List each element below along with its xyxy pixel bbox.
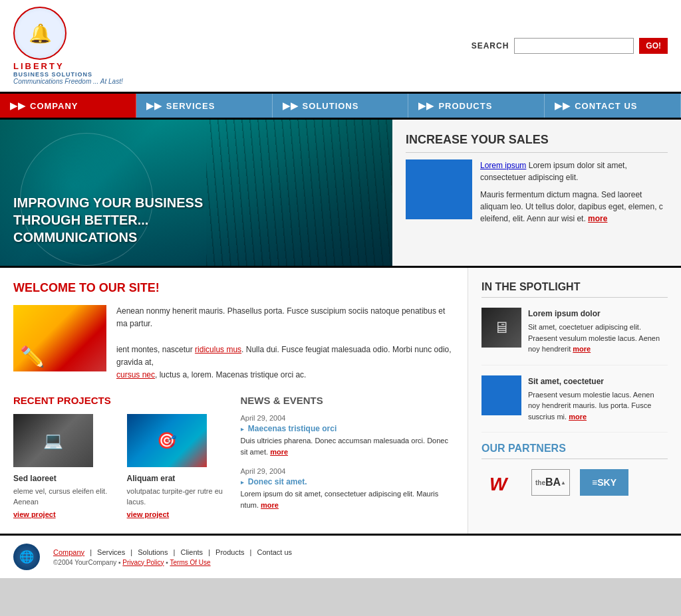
news-headline-2[interactable]: Donec sit amet.	[248, 477, 307, 486]
project-title-2: Aliquam erat	[127, 474, 227, 483]
recent-projects-title: RECENT PROJECTS	[13, 395, 227, 406]
bell-icon: 🔔	[29, 23, 52, 45]
news-icon-2: ▸	[241, 478, 244, 486]
nav-item-solutions[interactable]: ▶▶ SOLUTIONS	[273, 94, 409, 118]
search-input[interactable]	[514, 38, 634, 54]
news-item-2: April 29, 2004 ▸ Donec sit amet. Lorem i…	[241, 467, 455, 510]
spotlight-item-title-2: Sit amet, coectetuer	[528, 375, 668, 387]
spotlight-thumb-2	[481, 375, 521, 415]
news-more-1[interactable]: more	[270, 448, 288, 456]
hero-right-panel: INCREASE YOUR SALES Lorem ipsum Lorem ip…	[392, 120, 681, 266]
nav-arrow-services: ▶▶	[146, 100, 162, 111]
news-item-1: April 29, 2004 ▸ Maecenas tristique orci…	[241, 414, 455, 457]
news-section: NEWS & EVENTS April 29, 2004 ▸ Maecenas …	[241, 395, 455, 520]
news-title: NEWS & EVENTS	[241, 395, 455, 406]
footer-link-company[interactable]: Company	[53, 548, 84, 556]
main-left: WELCOME TO OUR SITE! ✏️ Aenean nonmy hen…	[0, 268, 468, 534]
welcome-text: Aenean nonmy henerit mauris. Phasellus p…	[116, 305, 454, 381]
nav-arrow-company: ▶▶	[10, 100, 26, 111]
footer: 🌐 Company | Services | Solutions | Clien…	[0, 534, 681, 578]
partner-logo-3: ≡SKY	[580, 469, 628, 496]
hero-product-image	[406, 159, 472, 219]
spotlight-thumb-1: 🖥	[481, 308, 521, 348]
hero-right-content: Lorem ipsum Lorem ipsum dolor sit amet, …	[406, 159, 668, 225]
footer-links: Company | Services | Solutions | Clients…	[53, 548, 295, 556]
nav-label-company: COMPANY	[30, 101, 78, 111]
recent-projects: RECENT PROJECTS 💻 Sed laoreet eleme vel,…	[13, 395, 227, 520]
news-date-1: April 29, 2004	[241, 414, 455, 422]
hero-cables-decor	[206, 120, 392, 266]
footer-link-clients[interactable]: Clients	[180, 548, 203, 556]
footer-link-contact[interactable]: Contact us	[257, 548, 293, 556]
ridiculus-link[interactable]: ridiculus mus	[195, 345, 241, 354]
hero-right-extra: Mauris fermentum dictum magna. Sed laore…	[480, 189, 668, 225]
welcome-content: ✏️ Aenean nonmy henerit mauris. Phasellu…	[13, 305, 454, 381]
project-thumb-2: 🎯	[127, 414, 207, 467]
partners-logos: W the BA ▲ ≡SKY	[481, 469, 668, 496]
projects-news-section: RECENT PROJECTS 💻 Sed laoreet eleme vel,…	[13, 395, 454, 520]
spotlight-item-title-1: Lorem ipsum dolor	[528, 308, 668, 320]
project-item-2: 🎯 Aliquam erat volutpatac turpite-ger ru…	[127, 414, 227, 518]
news-body-2: Lorem ipsum do sit amet, consectetuer ad…	[241, 488, 455, 510]
logo-subtitle: BUSINESS SOLUTIONS	[13, 71, 92, 78]
news-date-2: April 29, 2004	[241, 467, 455, 475]
footer-terms[interactable]: Terms Of Use	[170, 559, 211, 566]
search-area: SEARCH GO!	[472, 38, 668, 54]
nav-label-services: SERVICES	[166, 101, 215, 111]
logo-icon: 🔔	[13, 7, 67, 60]
nav-item-products[interactable]: ▶▶ PRODUCTS	[408, 94, 545, 118]
project-item-1: 💻 Sed laoreet eleme vel, cursus eleifen …	[13, 414, 117, 518]
logo-area: 🔔 LIBERTY BUSINESS SOLUTIONS Communicati…	[13, 7, 123, 85]
spotlight-item-1: 🖥 Lorem ipsum dolor Sit amet, coectetuer…	[481, 308, 668, 365]
news-headline-1[interactable]: Maecenas tristique orci	[248, 424, 337, 433]
footer-link-services[interactable]: Services	[97, 548, 125, 556]
search-label: SEARCH	[472, 41, 509, 51]
spotlight-content-1: Lorem ipsum dolor Sit amet, coectetuer a…	[528, 308, 668, 355]
hero-right-text: Lorem ipsum Lorem ipsum dolor sit amet, …	[480, 159, 668, 183]
project-title-1: Sed laoreet	[13, 474, 117, 483]
nav-item-contact[interactable]: ▶▶ CONTACT US	[545, 94, 681, 118]
main-nav: ▶▶ COMPANY ▶▶ SERVICES ▶▶ SOLUTIONS ▶▶ P…	[0, 94, 681, 120]
main-right: IN THE SPOTLIGHT 🖥 Lorem ipsum dolor Sit…	[468, 268, 681, 534]
spotlight-title: IN THE SPOTLIGHT	[481, 281, 668, 298]
nav-arrow-solutions: ▶▶	[283, 100, 299, 111]
footer-content: Company | Services | Solutions | Clients…	[53, 548, 295, 566]
news-icon-1: ▸	[241, 425, 244, 433]
logo-brand: LIBERTY	[13, 61, 65, 71]
hero-image: IMPROVING YOUR BUSINESSTHROUGH BETTER...…	[0, 120, 392, 266]
projects-grid: 💻 Sed laoreet eleme vel, cursus eleifen …	[13, 414, 227, 518]
nav-label-contact: CONTACT US	[575, 101, 637, 111]
svg-text:W: W	[489, 474, 509, 494]
spotlight-item-2: Sit amet, coectetuer Praesent vesum mole…	[481, 375, 668, 433]
footer-link-products[interactable]: Products	[215, 548, 244, 556]
partners-title: OUR PARTNERS	[481, 443, 668, 459]
hero-tagline: IMPROVING YOUR BUSINESSTHROUGH BETTER...…	[13, 194, 203, 246]
spotlight-content-2: Sit amet, coectetuer Praesent vesum mole…	[528, 375, 668, 423]
project-thumb-1: 💻	[13, 414, 93, 467]
nav-label-products: PRODUCTS	[438, 101, 492, 111]
header: 🔔 LIBERTY BUSINESS SOLUTIONS Communicati…	[0, 0, 681, 94]
nav-item-services[interactable]: ▶▶ SERVICES	[136, 94, 273, 118]
project-desc-2: volutpatac turpite-ger rutre eu lacus.	[127, 486, 227, 507]
cursus-link[interactable]: cursus nec	[116, 370, 155, 379]
hero-more-link[interactable]: more	[588, 214, 607, 223]
footer-globe-icon: 🌐	[13, 544, 40, 570]
partner-logo-1: W	[481, 469, 521, 496]
welcome-image: ✏️	[13, 305, 106, 371]
main-content: WELCOME TO OUR SITE! ✏️ Aenean nonmy hen…	[0, 268, 681, 534]
footer-privacy[interactable]: Privacy Policy	[122, 559, 164, 566]
spotlight-more-1[interactable]: more	[573, 345, 591, 353]
logo-tagline: Communications Freedom ... At Last!	[13, 78, 123, 85]
search-button[interactable]: GO!	[639, 38, 668, 54]
footer-link-solutions[interactable]: Solutions	[138, 548, 168, 556]
project-link-2[interactable]: view project	[127, 510, 227, 518]
project-desc-1: eleme vel, cursus eleifen elit. Aenean	[13, 486, 117, 507]
nav-item-company[interactable]: ▶▶ COMPANY	[0, 94, 136, 118]
news-more-2[interactable]: more	[261, 501, 279, 509]
welcome-title: WELCOME TO OUR SITE!	[13, 281, 454, 295]
nav-arrow-contact: ▶▶	[555, 100, 571, 111]
spotlight-more-2[interactable]: more	[569, 413, 587, 421]
project-link-1[interactable]: view project	[13, 510, 117, 518]
hero-section: IMPROVING YOUR BUSINESSTHROUGH BETTER...…	[0, 120, 681, 268]
hero-link-lorem[interactable]: Lorem ipsum	[480, 161, 526, 170]
